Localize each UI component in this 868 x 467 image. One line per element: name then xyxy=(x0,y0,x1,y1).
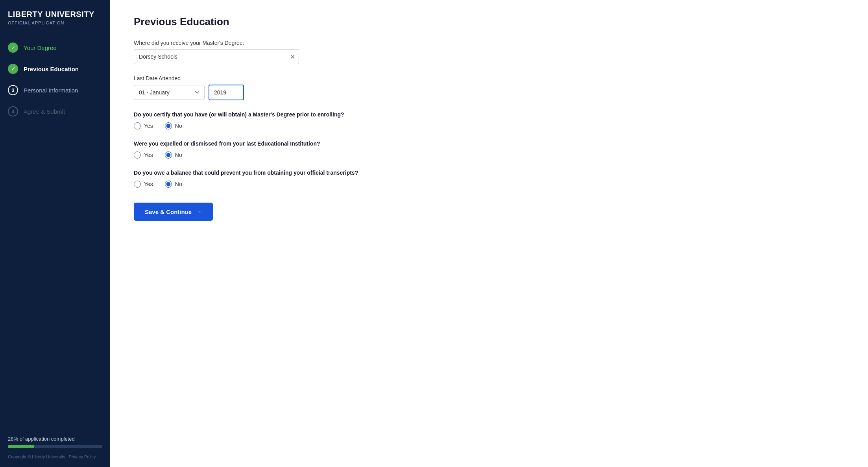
sidebar-label-previous-education: Previous Education xyxy=(24,66,79,72)
sidebar: LIBERTY UNIVERSITY OFFICIAL APPLICATION … xyxy=(0,0,110,467)
year-input[interactable] xyxy=(209,85,244,100)
balance-no-radio[interactable] xyxy=(165,181,172,188)
expelled-no-text: No xyxy=(175,152,182,158)
app-subtitle: OFFICIAL APPLICATION xyxy=(8,20,102,25)
expelled-question-label: Were you expelled or dismissed from your… xyxy=(134,140,844,147)
masters-degree-group: Where did you receive your Master's Degr… xyxy=(134,40,844,64)
certify-question-group: Do you certify that you have (or will ob… xyxy=(134,111,844,129)
certify-no-radio[interactable] xyxy=(165,122,172,129)
app-title: LIBERTY UNIVERSITY xyxy=(8,9,102,19)
copyright-text: Copyright © Liberty University · Privacy… xyxy=(8,454,102,459)
certify-yes-radio[interactable] xyxy=(134,122,141,129)
date-row: 01 - January 02 - February 03 - March 04… xyxy=(134,85,844,100)
last-date-label: Last Date Attended xyxy=(134,75,844,81)
sidebar-label-personal-info: Personal Information xyxy=(24,87,78,94)
expelled-no-radio[interactable] xyxy=(165,151,172,159)
certify-no-text: No xyxy=(175,123,182,129)
balance-question-label: Do you owe a balance that could prevent … xyxy=(134,170,844,176)
sidebar-footer: 28% of application completed Copyright ©… xyxy=(0,428,110,467)
save-button-label: Save & Continue xyxy=(145,209,192,215)
progress-bar-fill xyxy=(8,445,34,448)
check-icon-your-degree: ✓ xyxy=(8,42,18,53)
certify-radio-group: Yes No xyxy=(134,122,844,129)
certify-question-label: Do you certify that you have (or will ob… xyxy=(134,111,844,118)
balance-yes-text: Yes xyxy=(144,181,153,187)
certify-no-label[interactable]: No xyxy=(165,122,182,129)
sidebar-item-your-degree[interactable]: ✓ Your Degree xyxy=(0,37,110,58)
save-continue-button[interactable]: Save & Continue → xyxy=(134,203,213,221)
expelled-yes-text: Yes xyxy=(144,152,153,158)
number-icon-agree-submit: 4 xyxy=(8,106,18,116)
main-content: Previous Education Where did you receive… xyxy=(110,0,868,467)
sidebar-item-previous-education[interactable]: ✓ Previous Education xyxy=(0,58,110,79)
expelled-yes-radio[interactable] xyxy=(134,151,141,159)
balance-no-label[interactable]: No xyxy=(165,181,182,188)
number-icon-personal-info: 3 xyxy=(8,85,18,95)
progress-label: 28% of application completed xyxy=(8,436,102,442)
certify-yes-label[interactable]: Yes xyxy=(134,122,153,129)
month-select[interactable]: 01 - January 02 - February 03 - March 04… xyxy=(134,85,205,100)
balance-radio-group: Yes No xyxy=(134,181,844,188)
balance-yes-radio[interactable] xyxy=(134,181,141,188)
balance-yes-label[interactable]: Yes xyxy=(134,181,153,188)
sidebar-nav: ✓ Your Degree ✓ Previous Education 3 Per… xyxy=(0,33,110,428)
sidebar-label-agree-submit: Agree & Submit xyxy=(24,108,65,115)
balance-question-group: Do you owe a balance that could prevent … xyxy=(134,170,844,188)
sidebar-label-your-degree: Your Degree xyxy=(24,44,57,51)
sidebar-header: LIBERTY UNIVERSITY OFFICIAL APPLICATION xyxy=(0,0,110,33)
page-title: Previous Education xyxy=(134,16,844,28)
masters-degree-input[interactable] xyxy=(134,49,299,64)
arrow-icon: → xyxy=(196,208,202,215)
expelled-question-group: Were you expelled or dismissed from your… xyxy=(134,140,844,159)
check-icon-previous-education: ✓ xyxy=(8,64,18,74)
masters-degree-label: Where did you receive your Master's Degr… xyxy=(134,40,844,46)
balance-no-text: No xyxy=(175,181,182,187)
expelled-no-label[interactable]: No xyxy=(165,151,182,159)
progress-bar-background xyxy=(8,445,102,448)
sidebar-item-agree-submit[interactable]: 4 Agree & Submit xyxy=(0,101,110,122)
certify-yes-text: Yes xyxy=(144,123,153,129)
last-date-attended-group: Last Date Attended 01 - January 02 - Feb… xyxy=(134,75,844,100)
expelled-radio-group: Yes No xyxy=(134,151,844,159)
masters-degree-input-wrapper: ✕ xyxy=(134,49,299,64)
sidebar-item-personal-information[interactable]: 3 Personal Information xyxy=(0,79,110,101)
clear-icon[interactable]: ✕ xyxy=(290,53,295,61)
expelled-yes-label[interactable]: Yes xyxy=(134,151,153,159)
